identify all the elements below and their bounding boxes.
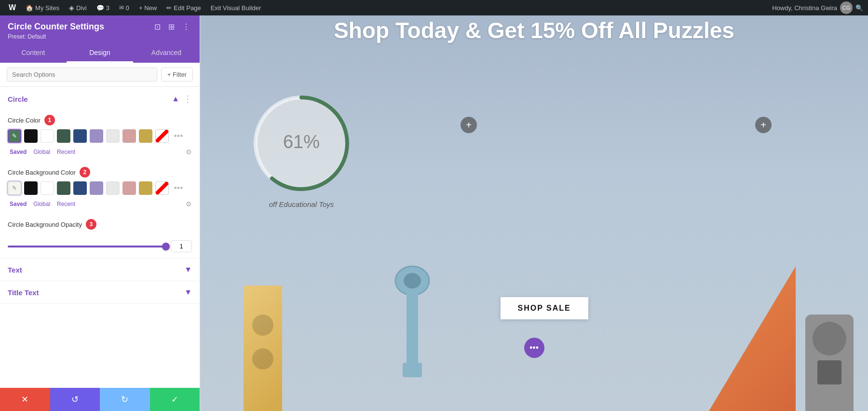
swatch-light-gray-1[interactable]	[106, 129, 120, 143]
swatch-gold-2[interactable]	[139, 181, 152, 195]
toy-block-hole-2	[252, 348, 273, 370]
my-sites-menu[interactable]: 🏠 My Sites	[22, 0, 63, 15]
swatch-transparent-1[interactable]	[155, 129, 169, 143]
svg-point-4	[404, 273, 421, 288]
exit-builder-label: Exit Visual Builder	[211, 4, 261, 12]
edit-icon: ✏	[166, 4, 172, 12]
gear-icon-2[interactable]: ⚙	[186, 200, 192, 208]
circle-svg-wrap: 61%	[248, 90, 354, 196]
svg-text:61%: 61%	[283, 132, 320, 152]
divi-menu[interactable]: ◈ Divi	[65, 0, 91, 15]
my-sites-label: My Sites	[35, 4, 59, 12]
title-text-section-controls: ▼	[184, 288, 192, 297]
filter-button[interactable]: + Filter	[161, 68, 193, 82]
more-swatches-btn-2[interactable]: •••	[172, 181, 185, 195]
toy-cylinder-top	[813, 322, 846, 356]
panel-body: Circle ▲ ⋮ Circle Color 1 ✎	[0, 87, 200, 388]
edit-page-btn[interactable]: ✏ Edit Page	[163, 0, 204, 15]
expand-icon-btn[interactable]: ⊡	[152, 21, 163, 32]
more-swatches-btn-1[interactable]: •••	[172, 129, 185, 143]
canvas-area: Shop Today & Get 15% Off All Puzzles 61%…	[200, 15, 868, 411]
saved-btn-2[interactable]: Saved	[8, 200, 28, 208]
circle-section-dots-icon[interactable]: ⋮	[183, 94, 192, 104]
swatch-rose-1[interactable]	[122, 129, 136, 143]
swatch-navy-1[interactable]	[73, 129, 87, 143]
text-section-title: Text	[8, 266, 22, 274]
swatch-white-2[interactable]	[41, 181, 54, 195]
tab-content[interactable]: Content	[0, 44, 67, 63]
swatch-rose-2[interactable]	[122, 181, 136, 195]
comment-icon: 💬	[96, 4, 104, 12]
message-count: 0	[126, 4, 129, 12]
swatch-dark-green-1[interactable]	[57, 129, 70, 143]
swatch-black-2[interactable]	[24, 181, 38, 195]
circle-bg-color-label: Circle Background Color 2	[8, 167, 192, 178]
text-section-controls: ▼	[184, 265, 192, 274]
toy-wedge	[709, 266, 796, 411]
swatch-lavender-1[interactable]	[90, 129, 103, 143]
plus-button-1[interactable]: +	[461, 117, 477, 133]
edit-page-label: Edit Page	[174, 4, 201, 12]
global-btn-2[interactable]: Global	[31, 200, 52, 208]
wp-logo[interactable]: W	[5, 0, 20, 15]
search-icon[interactable]: 🔍	[855, 4, 863, 12]
opacity-slider-thumb[interactable]	[162, 243, 170, 250]
opacity-slider-row: 1	[0, 235, 200, 258]
save-button[interactable]: ✓	[150, 388, 200, 411]
grid-icon-btn[interactable]: ⊞	[166, 21, 176, 32]
gear-icon-1[interactable]: ⚙	[186, 148, 192, 156]
saved-btn-1[interactable]: Saved	[8, 148, 28, 156]
swatch-transparent-2[interactable]	[155, 181, 169, 195]
opacity-slider-track	[8, 246, 166, 247]
swatch-black-1[interactable]	[24, 129, 38, 143]
more-options-btn[interactable]: ⋮	[180, 21, 192, 32]
messages-menu[interactable]: ✉ 0	[115, 0, 133, 15]
undo-button[interactable]: ↺	[50, 388, 100, 411]
settings-panel: Circle Counter Settings ⊡ ⊞ ⋮ Preset: De…	[0, 15, 200, 411]
global-btn-1[interactable]: Global	[31, 148, 52, 156]
preset-label[interactable]: Preset: Default	[8, 33, 192, 40]
comments-menu[interactable]: 💬 3	[93, 0, 113, 15]
circle-bg-opacity-row: Circle Background Opacity 3	[0, 215, 200, 235]
toy-wrench	[374, 261, 451, 387]
circle-bg-opacity-label: Circle Background Opacity 3	[8, 219, 192, 230]
swatch-bg-active[interactable]: ✎	[8, 181, 21, 195]
swatch-dark-green-2[interactable]	[57, 181, 70, 195]
main-layout: Circle Counter Settings ⊡ ⊞ ⋮ Preset: De…	[0, 15, 868, 411]
hero-headline: Shop Today & Get 15% Off All Puzzles	[200, 15, 868, 48]
admin-bar-right: Howdy, Christina Gwira CG 🔍	[772, 1, 863, 14]
text-section-header[interactable]: Text ▼	[0, 259, 200, 281]
tab-advanced[interactable]: Advanced	[133, 44, 200, 63]
swatch-gold-1[interactable]	[139, 129, 152, 143]
title-text-section-header[interactable]: Title Text ▼	[0, 281, 200, 303]
recent-btn-1[interactable]: Recent	[55, 148, 77, 156]
circle-color-label: Circle Color 1	[8, 115, 192, 125]
toy-cylinder	[805, 315, 854, 411]
circle-section-header[interactable]: Circle ▲ ⋮	[0, 87, 200, 111]
swatch-circle-color-active[interactable]: ✎	[8, 129, 21, 143]
panel-title-text: Circle Counter Settings	[8, 22, 104, 32]
panel-title-row: Circle Counter Settings ⊡ ⊞ ⋮	[8, 21, 192, 32]
circle-color-row: Circle Color 1 ✎	[0, 111, 200, 158]
toy-cylinder-mid	[817, 360, 841, 384]
swatch-lavender-2[interactable]	[90, 181, 103, 195]
circle-section-title: Circle	[8, 95, 28, 103]
avatar[interactable]: CG	[840, 1, 853, 14]
redo-button[interactable]: ↻	[100, 388, 150, 411]
wp-admin-bar: W 🏠 My Sites ◈ Divi 💬 3 ✉ 0 + New ✏ Edit…	[0, 0, 868, 15]
circle-bg-opacity-badge: 3	[86, 219, 96, 230]
cancel-button[interactable]: ✕	[0, 388, 50, 411]
circle-chevron-icon: ▲	[172, 95, 179, 103]
new-menu[interactable]: + New	[135, 0, 161, 15]
message-icon: ✉	[119, 4, 124, 11]
swatch-light-gray-2[interactable]	[106, 181, 120, 195]
recent-btn-2[interactable]: Recent	[55, 200, 77, 208]
exit-builder-btn[interactable]: Exit Visual Builder	[207, 0, 265, 15]
opacity-value-input[interactable]: 1	[171, 240, 192, 252]
search-input[interactable]	[7, 68, 157, 82]
swatch-navy-2[interactable]	[73, 181, 87, 195]
tab-design[interactable]: Design	[67, 44, 133, 63]
plus-button-2[interactable]: +	[755, 117, 772, 133]
svg-rect-6	[403, 363, 422, 377]
swatch-white-1[interactable]	[41, 129, 54, 143]
